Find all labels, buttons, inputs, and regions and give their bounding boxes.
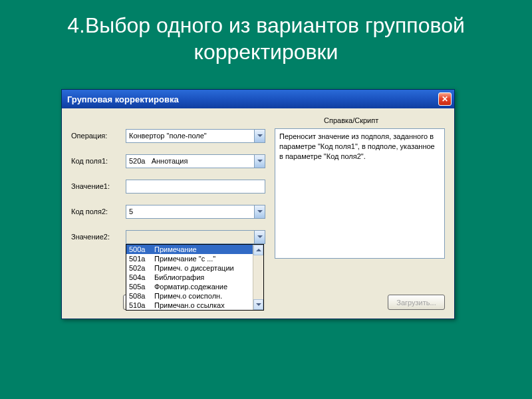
value2-dropdown-button[interactable] <box>254 230 265 244</box>
value2-input[interactable] <box>126 230 254 244</box>
dropdown-item[interactable]: 502a Примеч. о диссертации <box>126 263 253 273</box>
item-code: 510a <box>129 301 154 309</box>
scroll-up-button[interactable] <box>253 245 263 255</box>
label-operation: Операция: <box>71 132 126 140</box>
code1-dropdown-button[interactable] <box>254 154 265 168</box>
value1-input[interactable] <box>126 180 265 194</box>
item-label: Примеч.о соисполн. <box>154 292 222 300</box>
item-code: 501a <box>129 255 154 263</box>
item-code: 508a <box>129 292 154 300</box>
dropdown-item[interactable]: 505a Форматир.содежание <box>126 282 253 291</box>
dialog-body: Справка/Скрипт Переносит значение из под… <box>62 108 454 319</box>
label-code1: Код поля1: <box>71 157 126 165</box>
dialog-title: Групповая корректировка <box>67 94 438 104</box>
code2-combo[interactable] <box>126 205 265 219</box>
row-code1: Код поля1: <box>71 154 265 168</box>
dialog-window: Групповая корректировка ✕ Справка/Скрипт… <box>61 89 455 319</box>
chevron-down-icon <box>256 303 261 306</box>
help-label: Справка/Скрипт <box>324 116 378 124</box>
dropdown-item[interactable]: 504a Библиография <box>126 273 253 282</box>
row-value2: Значение2: <box>71 229 265 244</box>
chevron-up-icon <box>256 249 261 251</box>
code1-combo[interactable] <box>126 154 265 168</box>
value2-combo[interactable] <box>126 230 265 244</box>
item-code: 502a <box>129 264 154 272</box>
row-value1: Значение1: <box>71 179 265 194</box>
label-value1: Значение1: <box>71 182 126 190</box>
operation-dropdown-button[interactable] <box>254 129 265 143</box>
chevron-down-icon <box>257 235 263 238</box>
code2-input[interactable] <box>126 205 254 219</box>
scroll-down-button[interactable] <box>253 299 263 310</box>
row-code2: Код поля2: <box>71 204 265 219</box>
scroll-track[interactable] <box>253 255 263 299</box>
item-label: Примечание <box>154 245 197 253</box>
dropdown-item[interactable]: 501a Примечание "с ..." <box>126 254 253 263</box>
close-icon: ✕ <box>442 94 448 104</box>
item-code: 500a <box>129 245 154 253</box>
dropdown-scrollbar[interactable] <box>253 245 263 310</box>
item-label: Форматир.содежание <box>154 283 227 291</box>
item-label: Примеч. о диссертации <box>154 264 234 272</box>
chevron-down-icon <box>257 160 263 162</box>
code2-dropdown-button[interactable] <box>254 205 265 219</box>
load-button[interactable]: Загрузить... <box>388 295 445 310</box>
chevron-down-icon <box>257 134 263 137</box>
label-code2: Код поля2: <box>71 207 126 215</box>
label-value2: Значение2: <box>71 233 126 241</box>
item-label: Библиография <box>154 273 204 281</box>
dropdown-item[interactable]: 510a Примечан.о ссылках <box>126 301 253 310</box>
chevron-down-icon <box>257 210 263 213</box>
item-label: Примечан.о ссылках <box>154 301 225 309</box>
form-left-column: Операция: Код поля1: Значе <box>71 128 265 255</box>
operation-input[interactable] <box>126 129 254 143</box>
help-text-box: Переносит значение из подполя, заданного… <box>275 128 445 259</box>
item-code: 504a <box>129 273 154 281</box>
dropdown-item[interactable]: 508a Примеч.о соисполн. <box>126 291 253 301</box>
code2-dropdown-list[interactable]: 500a Примечание 501a Примечание "с ..." … <box>126 244 264 311</box>
operation-combo[interactable] <box>126 129 265 143</box>
code1-input[interactable] <box>126 154 254 168</box>
dropdown-items: 500a Примечание 501a Примечание "с ..." … <box>126 245 253 310</box>
slide-title: 4.Выбор одного из вариантов групповой ко… <box>0 0 532 74</box>
item-label: Примечание "с ..." <box>154 255 215 263</box>
close-button[interactable]: ✕ <box>438 92 452 106</box>
titlebar[interactable]: Групповая корректировка ✕ <box>62 90 454 108</box>
item-code: 505a <box>129 283 154 291</box>
dropdown-item[interactable]: 500a Примечание <box>126 245 253 254</box>
row-operation: Операция: <box>71 128 265 143</box>
